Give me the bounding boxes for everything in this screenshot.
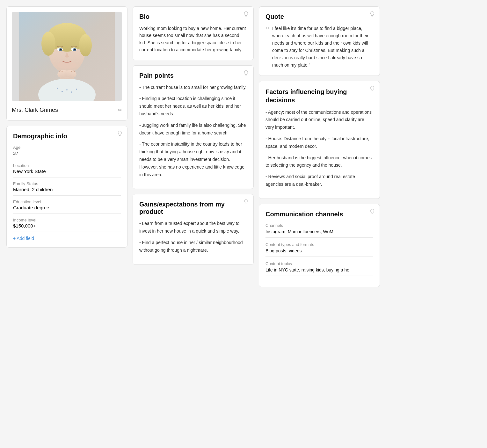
- demographic-pin-icon[interactable]: [117, 131, 123, 136]
- field-value: 37: [13, 150, 121, 159]
- gains-item: - Learn from a trusted expert about the …: [139, 220, 247, 235]
- quote-card: Quote " I feel like it's time for us to …: [259, 6, 380, 76]
- channels-fields: Channels Instagram, Mom influencers, WoM…: [265, 223, 373, 276]
- bio-title: Bio: [139, 13, 247, 20]
- demographic-field: Age 37: [13, 145, 121, 159]
- channel-value: Instagram, Mom influencers, WoM: [265, 229, 373, 238]
- bio-card: Bio Working mom looking to buy a new hom…: [133, 6, 254, 60]
- svg-point-11: [41, 32, 55, 56]
- channel-field: Content types and formats Blog posts, vi…: [265, 242, 373, 257]
- field-label: Family Status: [13, 181, 121, 186]
- factors-title: Factors influencing buying decisions: [265, 88, 373, 104]
- factors-item: - Her husband is the biggest influencer …: [265, 154, 373, 170]
- channel-label: Channels: [265, 223, 373, 228]
- field-label: Education level: [13, 199, 121, 204]
- channel-value: Life in NYC state, raising kids, buying …: [265, 267, 373, 276]
- quote-pin-icon[interactable]: [369, 11, 375, 17]
- pain-points-pin-icon[interactable]: [243, 70, 249, 76]
- svg-point-8: [76, 89, 77, 90]
- pain-points-title: Pain points: [139, 72, 247, 79]
- profile-name: Mrs. Clark Grimes: [12, 107, 58, 113]
- field-label: Location: [13, 163, 121, 168]
- profile-image-wrapper: [12, 12, 122, 101]
- channels-card: Communication channels Channels Instagra…: [259, 204, 380, 287]
- edit-icon[interactable]: ✏: [118, 107, 122, 113]
- field-value: Graduate degree: [13, 205, 121, 214]
- channel-label: Content topics: [265, 261, 373, 266]
- pain-point-item: - Finding a perfect location is challeng…: [139, 95, 247, 118]
- factors-card: Factors influencing buying decisions - A…: [259, 81, 380, 199]
- field-value: $150,000+: [13, 223, 121, 232]
- field-label: Age: [13, 145, 121, 150]
- factors-item: - Reviews and social proof around real e…: [265, 173, 373, 188]
- profile-card: Mrs. Clark Grimes ✏: [6, 6, 127, 121]
- channel-value: Blog posts, videos: [265, 248, 373, 257]
- svg-point-12: [79, 34, 92, 56]
- factors-list: - Agency: most of the communications and…: [265, 109, 373, 188]
- svg-point-18: [74, 49, 76, 51]
- gains-card: Gains/expectations from my product - Lea…: [133, 194, 254, 264]
- profile-image: [12, 12, 122, 101]
- gains-title: Gains/expectations from my product: [139, 201, 247, 215]
- demographic-card: Demographic info Age 37 Location New Yor…: [6, 126, 127, 248]
- gains-list: - Learn from a trusted expert about the …: [139, 220, 247, 254]
- demographic-fields: Age 37 Location New York State Family St…: [13, 145, 121, 232]
- field-label: Income level: [13, 218, 121, 222]
- svg-point-4: [57, 88, 58, 89]
- demographic-field: Income level $150,000+: [13, 218, 121, 232]
- middle-column: Bio Working mom looking to buy a new hom…: [133, 6, 254, 287]
- channel-field: Content topics Life in NYC state, raisin…: [265, 261, 373, 276]
- pain-points-card: Pain points - The current house is too s…: [133, 65, 254, 189]
- svg-point-7: [71, 91, 72, 93]
- channel-field: Channels Instagram, Mom influencers, WoM: [265, 223, 373, 238]
- quote-content: " I feel like it's time for us to find a…: [265, 25, 373, 69]
- quote-title: Quote: [265, 13, 373, 20]
- svg-point-19: [57, 61, 76, 69]
- field-value: New York State: [13, 169, 121, 177]
- factors-pin-icon[interactable]: [369, 86, 375, 91]
- pain-point-item: - Juggling work and family life is also …: [139, 122, 247, 137]
- add-field-button[interactable]: + Add field: [13, 236, 34, 241]
- pain-points-list: - The current house is too small for her…: [139, 84, 247, 179]
- demographic-field: Location New York State: [13, 163, 121, 177]
- svg-point-17: [60, 49, 62, 51]
- svg-point-6: [66, 89, 68, 90]
- demographic-title: Demographic info: [13, 133, 121, 140]
- quote-mark: ": [265, 25, 270, 69]
- bio-pin-icon[interactable]: [243, 11, 249, 17]
- field-value: Married, 2 children: [13, 187, 121, 196]
- left-column: Mrs. Clark Grimes ✏ Demographic info Age…: [6, 6, 127, 287]
- add-field-label: + Add field: [13, 236, 34, 241]
- channels-title: Communication channels: [265, 211, 373, 218]
- pain-point-item: - The economic instability in the countr…: [139, 141, 247, 178]
- demographic-field: Education level Graduate degree: [13, 199, 121, 214]
- factors-item: - House: Distance from the city + local …: [265, 135, 373, 150]
- right-column: Quote " I feel like it's time for us to …: [259, 6, 380, 287]
- svg-point-5: [62, 91, 63, 92]
- profile-name-row: Mrs. Clark Grimes ✏: [12, 105, 122, 115]
- quote-text: I feel like it's time for us to find a b…: [272, 25, 373, 69]
- demographic-field: Family Status Married, 2 children: [13, 181, 121, 196]
- channels-pin-icon[interactable]: [369, 209, 375, 214]
- bio-text: Working mom looking to buy a new home. H…: [139, 25, 247, 54]
- factors-item: - Agency: most of the communications and…: [265, 109, 373, 131]
- gains-pin-icon[interactable]: [243, 199, 249, 205]
- pain-point-item: - The current house is too small for her…: [139, 84, 247, 91]
- channel-label: Content types and formats: [265, 242, 373, 247]
- gains-item: - Find a perfect house in her / similar …: [139, 239, 247, 254]
